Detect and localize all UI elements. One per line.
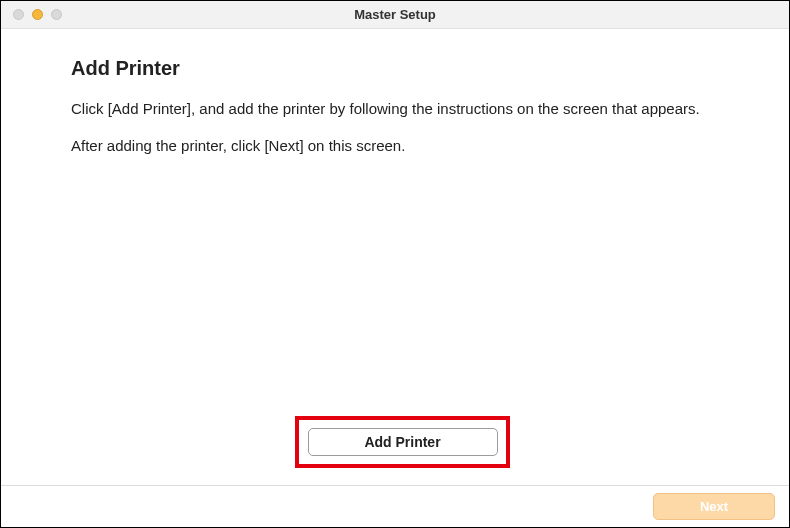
instruction-text-1: Click [Add Printer], and add the printer…	[71, 98, 719, 119]
page-heading: Add Printer	[71, 57, 719, 80]
instruction-text-2: After adding the printer, click [Next] o…	[71, 135, 719, 156]
minimize-window-button[interactable]	[32, 9, 43, 20]
window-title: Master Setup	[1, 7, 789, 22]
close-window-button[interactable]	[13, 9, 24, 20]
highlight-annotation: Add Printer	[295, 416, 510, 468]
content-area: Add Printer Click [Add Printer], and add…	[1, 29, 789, 156]
maximize-window-button[interactable]	[51, 9, 62, 20]
titlebar: Master Setup	[1, 1, 789, 29]
add-printer-button[interactable]: Add Printer	[308, 428, 498, 456]
footer: Next	[1, 485, 789, 527]
traffic-lights	[1, 9, 62, 20]
next-button: Next	[653, 493, 775, 520]
